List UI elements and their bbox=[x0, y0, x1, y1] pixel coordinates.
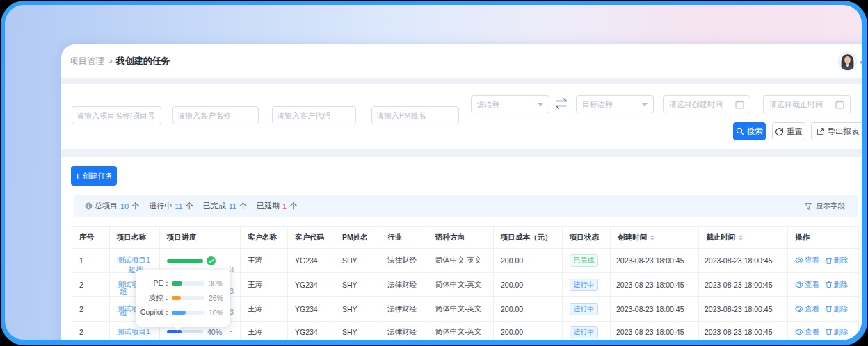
tooltip-copilot-row: Copilot： 10% bbox=[136, 305, 230, 320]
sort-icon[interactable] bbox=[739, 235, 743, 240]
delete-button[interactable]: 删除 bbox=[826, 256, 849, 265]
progress-track bbox=[167, 330, 203, 333]
view-label: 查看 bbox=[805, 304, 819, 314]
tooltip-copilot-label: Copilot： bbox=[136, 308, 170, 318]
view-button[interactable]: 查看 bbox=[795, 304, 819, 314]
reset-button-label: 重置 bbox=[787, 126, 803, 137]
progress-percent: 40% bbox=[207, 328, 222, 336]
row-actions: 查看 删除 bbox=[795, 304, 858, 314]
view-label: 查看 bbox=[805, 280, 819, 290]
stat-total: 总项目 10 个 bbox=[95, 201, 139, 211]
show-fields-label: 显示字段 bbox=[816, 201, 845, 211]
project-name-input[interactable] bbox=[72, 106, 161, 124]
topbar: 项目管理 > 我创建的任务 ▾ bbox=[61, 44, 862, 78]
target-language-select[interactable]: 目标语种 bbox=[576, 95, 654, 113]
project-link[interactable]: 测试项目1 bbox=[117, 327, 150, 336]
source-language-select[interactable]: 源语种 bbox=[471, 95, 549, 113]
obscured-text-fragment: 超 bbox=[120, 309, 127, 317]
delete-label: 删除 bbox=[834, 304, 849, 314]
deadline-placeholder: 请选择截止时间 bbox=[769, 99, 835, 110]
view-button[interactable]: 查看 bbox=[795, 327, 819, 337]
app-panel: 项目管理 > 我创建的任务 ▾ bbox=[61, 44, 862, 340]
cell-cost: 200.00 bbox=[494, 249, 563, 273]
cell-seq: 2 bbox=[72, 322, 110, 340]
stat-total-label: 总项目 bbox=[95, 201, 118, 211]
customer-code-input[interactable] bbox=[272, 106, 356, 124]
filter-card: 源语种 目标语种 请选择创建时间 bbox=[61, 84, 862, 149]
eye-icon bbox=[795, 329, 803, 336]
delete-button[interactable]: 删除 bbox=[826, 280, 849, 290]
delete-button[interactable]: 删除 bbox=[826, 304, 849, 314]
project-link[interactable]: 测试项目1 bbox=[117, 256, 150, 264]
summary-bar: 总项目 10 个 进行中 11 个 已完成 11 个 bbox=[74, 195, 858, 217]
create-time-picker[interactable]: 请选择创建时间 bbox=[663, 95, 750, 113]
cell-code: YG234 bbox=[288, 322, 335, 340]
col-header-status: 项目状态 bbox=[563, 227, 611, 249]
tooltip-copilot-percent: 10% bbox=[209, 308, 223, 317]
progress-bar-fill bbox=[167, 259, 203, 263]
col-header-cost: 项目成本（元） bbox=[494, 227, 563, 249]
stat-total-value: 10 bbox=[120, 202, 129, 211]
tooltip-copilot-fill bbox=[172, 311, 186, 315]
tooltip-qc-bar bbox=[172, 296, 204, 300]
reset-button[interactable]: 重置 bbox=[772, 122, 805, 140]
cell-created: 2023-08-23 18:00:45 bbox=[611, 249, 699, 273]
col-header-customer: 客户名称 bbox=[241, 227, 288, 249]
stat-inprogress-unit: 个 bbox=[186, 201, 193, 211]
sort-icon[interactable] bbox=[650, 235, 654, 240]
cell-industry: 法律财经 bbox=[380, 322, 428, 340]
cell-created: 2023-08-23 18:00:45 bbox=[611, 322, 699, 340]
avatar-caret-icon[interactable]: ▾ bbox=[860, 58, 862, 66]
cell-deadline: 2023-08-23 18:00:45 bbox=[699, 249, 788, 273]
show-fields-button[interactable]: 显示字段 bbox=[804, 195, 845, 217]
delete-button[interactable]: 删除 bbox=[826, 327, 849, 337]
stat-done: 已完成 11 个 bbox=[203, 201, 247, 211]
cell-customer: 王涛 bbox=[241, 322, 288, 340]
cell-seq: 2 bbox=[72, 273, 110, 297]
delete-label: 删除 bbox=[834, 327, 849, 337]
check-circle-icon bbox=[207, 256, 216, 265]
row-actions: 查看 删除 bbox=[795, 280, 858, 290]
view-button[interactable]: 查看 bbox=[795, 280, 819, 290]
search-button-label: 搜索 bbox=[747, 126, 763, 137]
col-header-deadline[interactable]: 截止时间 bbox=[699, 227, 788, 249]
breadcrumb-separator: > bbox=[108, 57, 113, 65]
pm-name-input[interactable] bbox=[371, 106, 459, 124]
progress-bar-complete bbox=[167, 256, 240, 265]
trash-icon bbox=[826, 328, 833, 336]
breadcrumb-section[interactable]: 项目管理 bbox=[70, 56, 104, 67]
stat-done-label: 已完成 bbox=[203, 201, 226, 211]
table-header-row: 序号 项目名称 项目进度 客户名称 客户代码 PM姓名 行业 语种方向 项目成本… bbox=[72, 227, 859, 249]
create-task-button[interactable]: + 创建任务 bbox=[71, 166, 117, 186]
search-button[interactable]: 搜索 bbox=[733, 122, 766, 140]
cell-created: 2023-08-23 18:00:45 bbox=[611, 273, 699, 297]
gradient-screen: 项目管理 > 我创建的任务 ▾ bbox=[5, 5, 862, 340]
calendar-icon bbox=[835, 100, 844, 109]
stat-delayed: 已延期 1 个 bbox=[257, 201, 297, 211]
cell-seq: 2 bbox=[72, 297, 110, 322]
delete-label: 删除 bbox=[834, 280, 849, 290]
stat-done-value: 11 bbox=[229, 202, 236, 211]
customer-name-input[interactable] bbox=[172, 106, 259, 124]
deadline-picker[interactable]: 请选择截止时间 bbox=[763, 95, 851, 113]
cell-customer: 王涛 bbox=[241, 297, 288, 322]
trash-icon bbox=[826, 305, 833, 313]
create-time-placeholder: 请选择创建时间 bbox=[669, 99, 735, 110]
info-icon bbox=[85, 202, 93, 210]
eye-icon bbox=[795, 257, 803, 264]
view-button[interactable]: 查看 bbox=[795, 256, 819, 265]
cell-cost: 200.00 bbox=[494, 297, 563, 322]
col-header-created[interactable]: 创建时间 bbox=[611, 227, 699, 249]
export-report-button[interactable]: 导出报表 bbox=[811, 122, 862, 140]
row-actions: 查看 删除 bbox=[795, 256, 858, 265]
cell-customer: 王涛 bbox=[241, 273, 288, 297]
user-avatar[interactable] bbox=[838, 52, 857, 71]
cell-industry: 法律财经 bbox=[380, 297, 428, 322]
stat-delayed-value: 1 bbox=[282, 202, 287, 211]
progress-fill bbox=[167, 330, 182, 333]
export-button-label: 导出报表 bbox=[828, 126, 860, 137]
cell-cost: 200.00 bbox=[494, 322, 563, 340]
col-header-pm: PM姓名 bbox=[335, 227, 380, 249]
swap-languages-icon[interactable] bbox=[553, 97, 570, 110]
view-label: 查看 bbox=[805, 327, 819, 337]
